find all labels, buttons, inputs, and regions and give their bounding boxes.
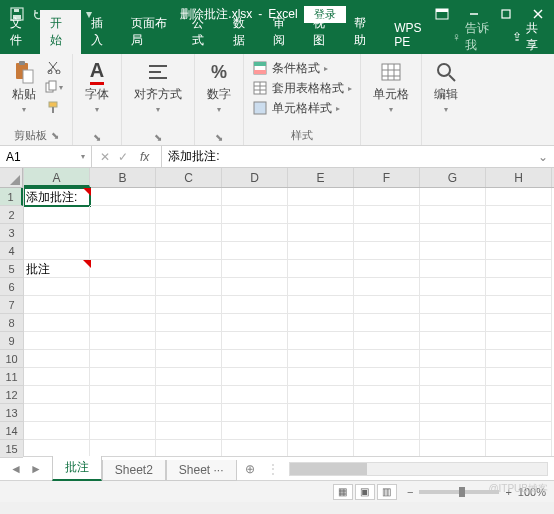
cell[interactable] xyxy=(354,404,420,422)
sheet-tab-1[interactable]: 批注 xyxy=(52,456,102,481)
cell[interactable] xyxy=(486,224,552,242)
cell[interactable] xyxy=(24,440,90,456)
fx-icon[interactable]: fx xyxy=(136,150,153,164)
tab-review[interactable]: 审阅 xyxy=(263,10,303,54)
cell[interactable] xyxy=(222,440,288,456)
cell[interactable] xyxy=(222,296,288,314)
cell[interactable] xyxy=(90,206,156,224)
scrollbar-thumb[interactable] xyxy=(290,463,367,475)
normal-view-icon[interactable]: ▦ xyxy=(333,484,353,500)
cell[interactable] xyxy=(288,314,354,332)
cell[interactable] xyxy=(156,206,222,224)
cell[interactable] xyxy=(90,386,156,404)
cell[interactable] xyxy=(288,440,354,456)
alignment-button[interactable]: 对齐方式 ▾ xyxy=(130,58,186,116)
cell[interactable] xyxy=(420,260,486,278)
cell[interactable] xyxy=(90,188,156,206)
cell[interactable] xyxy=(222,332,288,350)
row-header[interactable]: 8 xyxy=(0,314,23,332)
cell-a1[interactable]: 添加批注: xyxy=(24,188,90,206)
cell[interactable] xyxy=(354,296,420,314)
cell[interactable] xyxy=(90,422,156,440)
cancel-icon[interactable]: ✕ xyxy=(100,150,110,164)
expand-formula-icon[interactable]: ⌄ xyxy=(532,150,554,164)
horizontal-scrollbar[interactable] xyxy=(289,462,548,476)
zoom-out-icon[interactable]: − xyxy=(407,486,413,498)
cell[interactable] xyxy=(420,296,486,314)
cell[interactable] xyxy=(24,296,90,314)
cell-styles-button[interactable]: 单元格样式 ▸ xyxy=(252,98,340,118)
cell[interactable] xyxy=(90,440,156,456)
cell[interactable] xyxy=(486,206,552,224)
cell[interactable] xyxy=(420,278,486,296)
cell[interactable] xyxy=(288,386,354,404)
sheet-tab-3[interactable]: Sheet ··· xyxy=(166,460,237,481)
cell[interactable] xyxy=(288,350,354,368)
share-button[interactable]: ⇪ 共享 xyxy=(502,20,554,54)
launcher-icon[interactable]: ⬊ xyxy=(154,132,162,143)
page-break-view-icon[interactable]: ▥ xyxy=(377,484,397,500)
cell[interactable] xyxy=(222,278,288,296)
cell[interactable] xyxy=(24,422,90,440)
cell[interactable] xyxy=(222,386,288,404)
cell[interactable] xyxy=(486,314,552,332)
col-header[interactable]: C xyxy=(156,168,222,187)
col-header[interactable]: F xyxy=(354,168,420,187)
cell[interactable] xyxy=(156,188,222,206)
row-header[interactable]: 4 xyxy=(0,242,23,260)
cell[interactable] xyxy=(420,224,486,242)
cell[interactable] xyxy=(288,242,354,260)
col-header[interactable]: H xyxy=(486,168,552,187)
row-header[interactable]: 15 xyxy=(0,440,23,458)
cell[interactable] xyxy=(222,368,288,386)
row-header[interactable]: 9 xyxy=(0,332,23,350)
font-button[interactable]: A 字体 ▾ xyxy=(81,58,113,116)
cell[interactable] xyxy=(354,242,420,260)
cell[interactable] xyxy=(222,260,288,278)
tab-layout[interactable]: 页面布局 xyxy=(121,10,182,54)
cell[interactable] xyxy=(156,440,222,456)
cell[interactable] xyxy=(156,332,222,350)
copy-icon[interactable] xyxy=(44,78,64,96)
cell[interactable] xyxy=(420,404,486,422)
launcher-icon[interactable]: ⬊ xyxy=(51,130,59,141)
cell[interactable] xyxy=(156,296,222,314)
cell[interactable] xyxy=(24,404,90,422)
row-header[interactable]: 1 xyxy=(0,188,23,206)
col-header[interactable]: B xyxy=(90,168,156,187)
cell[interactable] xyxy=(24,206,90,224)
cell[interactable] xyxy=(288,296,354,314)
cell[interactable] xyxy=(288,206,354,224)
cell[interactable] xyxy=(222,206,288,224)
cell[interactable] xyxy=(486,332,552,350)
cell[interactable] xyxy=(420,188,486,206)
cell[interactable] xyxy=(90,296,156,314)
cells-button[interactable]: 单元格 ▾ xyxy=(369,58,413,116)
cell[interactable] xyxy=(288,422,354,440)
row-header[interactable]: 13 xyxy=(0,404,23,422)
add-sheet-icon[interactable]: ⊕ xyxy=(237,462,263,476)
cell[interactable] xyxy=(420,368,486,386)
cell[interactable] xyxy=(420,350,486,368)
cell[interactable] xyxy=(420,332,486,350)
cell[interactable] xyxy=(420,422,486,440)
tab-wps[interactable]: WPS PE xyxy=(384,16,444,54)
tab-data[interactable]: 数据 xyxy=(223,10,263,54)
cell[interactable] xyxy=(156,350,222,368)
cell[interactable] xyxy=(24,314,90,332)
cell[interactable] xyxy=(486,296,552,314)
cell[interactable] xyxy=(288,278,354,296)
cell[interactable] xyxy=(420,314,486,332)
cell[interactable] xyxy=(486,350,552,368)
cell[interactable] xyxy=(24,332,90,350)
tab-file[interactable]: 文件 xyxy=(0,10,40,54)
cell[interactable] xyxy=(486,386,552,404)
formula-input[interactable]: 添加批注: xyxy=(162,148,532,165)
cell[interactable] xyxy=(24,278,90,296)
cell[interactable] xyxy=(486,404,552,422)
enter-icon[interactable]: ✓ xyxy=(118,150,128,164)
name-box[interactable]: A1▾ xyxy=(0,146,92,167)
number-button[interactable]: % 数字 ▾ xyxy=(203,58,235,116)
cell[interactable] xyxy=(24,368,90,386)
conditional-format-button[interactable]: 条件格式 ▸ xyxy=(252,58,328,78)
